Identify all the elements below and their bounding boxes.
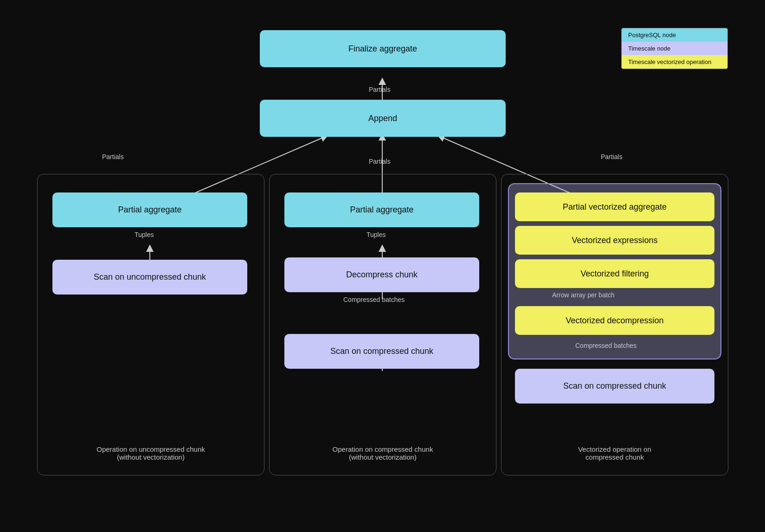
vec-filtering-node: Vectorized filtering xyxy=(515,259,714,288)
vec-expressions-node: Vectorized expressions xyxy=(515,226,714,255)
legend-vec-op: Timescale vectorized operation xyxy=(622,55,727,69)
legend-ts-node: Timescale node xyxy=(622,42,727,55)
right-caption: Vectorized operation oncompressed chunk xyxy=(501,445,728,461)
partials-right-label: Partials xyxy=(601,153,623,160)
decompress-chunk-node: Decompress chunk xyxy=(284,257,479,292)
compressed-batches-mid-label: Compressed batches xyxy=(343,296,405,303)
legend-pg-node: PostgreSQL node xyxy=(622,28,727,42)
vec-decompression-node: Vectorized decompression xyxy=(515,306,714,335)
partials-left-label: Partials xyxy=(102,153,124,160)
compressed-batches-right-label: Compressed batches xyxy=(575,342,636,349)
partials-mid-label: Partials xyxy=(369,158,391,165)
tuples-left-label: Tuples xyxy=(135,231,154,238)
scan-compressed-mid-node: Scan on compressed chunk xyxy=(284,334,479,369)
arrow-array-label: Arrow array per batch xyxy=(552,291,615,299)
scan-compressed-right-node: Scan on compressed chunk xyxy=(515,369,714,404)
tuples-mid-label: Tuples xyxy=(366,231,386,238)
partial-agg-mid-node: Partial aggregate xyxy=(284,192,479,227)
append-node: Append xyxy=(260,100,506,137)
scan-uncompressed-node: Scan on uncompressed chunk xyxy=(52,260,247,295)
partial-agg-left-node: Partial aggregate xyxy=(52,192,247,227)
mid-caption: Operation on compressed chunk(without ve… xyxy=(269,445,496,461)
finalize-aggregate-node: Finalize aggregate xyxy=(260,30,506,67)
left-caption: Operation on uncompressed chunk(without … xyxy=(37,445,264,461)
legend: PostgreSQL node Timescale node Timescale… xyxy=(621,28,728,69)
partials-top-label: Partials xyxy=(369,86,391,93)
partial-vec-agg-node: Partial vectorized aggregate xyxy=(515,192,714,221)
